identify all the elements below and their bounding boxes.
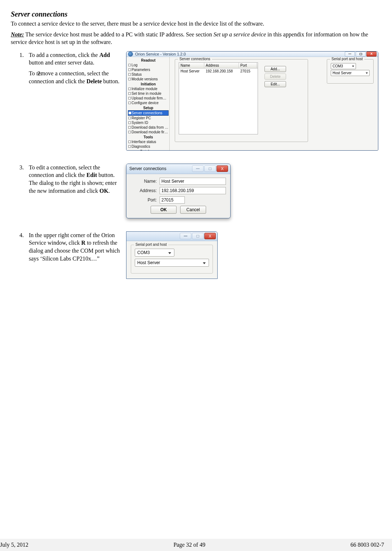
address-field[interactable]	[160, 187, 226, 194]
step-2-bold: Delete	[86, 78, 102, 84]
tree-header-setup: Setup	[128, 105, 169, 110]
app-icon	[128, 52, 133, 57]
corner-maximize-button[interactable]	[192, 233, 204, 239]
footer-date: July 5, 2012	[0, 542, 28, 548]
col-header-port[interactable]: Port	[239, 63, 257, 68]
delete-button[interactable]: Delete	[264, 74, 286, 80]
maximize-button[interactable]	[356, 52, 366, 57]
close-icon: X	[209, 234, 211, 238]
name-field[interactable]	[160, 178, 226, 185]
corner-close-button[interactable]: X	[204, 233, 216, 239]
dialog-maximize-button	[204, 165, 216, 172]
serial-port-corner: X Serial port and host COM3 Host Server	[126, 231, 218, 279]
serial-port-legend: Serial port and host	[330, 57, 364, 61]
note-paragraph: Note: The service device host must be ad…	[11, 31, 381, 46]
tree-item-diagnostics[interactable]: Diagnostics	[128, 144, 169, 149]
page-footer: July 5, 2012 Page 32 of 49 66 8003 002-7	[0, 539, 392, 551]
serial-port-legend-2: Serial port and host	[134, 243, 168, 246]
tree-item-server-connections[interactable]: Server connections	[128, 110, 169, 116]
tree-item-download-firmware[interactable]: Download module firmware	[128, 130, 169, 134]
tree-item-module-versions[interactable]: Module versions	[128, 77, 169, 81]
window-titlebar: Orion Service - Version 1.2.0 X	[126, 52, 378, 57]
tree-item-download-data[interactable]: Download data from server	[128, 125, 169, 130]
edit-connection-dialog: Server connections X Name: Address:	[126, 164, 231, 218]
table-row[interactable]: Host Server 192.168.200.158 27015	[179, 68, 258, 74]
connections-table[interactable]: Name Address Port Host Server 192.168.20…	[179, 62, 258, 134]
col-header-address[interactable]: Address	[204, 63, 239, 68]
tree-item-parameters[interactable]: Parameters	[128, 67, 169, 72]
step-4-number: 4.	[19, 231, 24, 239]
page-title: Server connections	[11, 10, 381, 18]
step-1-bold: Add	[99, 52, 110, 58]
corner-titlebar: X	[126, 232, 217, 241]
name-label: Name:	[131, 179, 157, 184]
tree-header-readout: Readout	[128, 58, 169, 63]
nav-tree: Readout Log Parameters Status Module ver…	[126, 57, 170, 151]
step-2-text-2: button.	[102, 78, 120, 84]
close-icon: X	[221, 166, 223, 171]
tree-item-initialize-module[interactable]: Initialize module	[128, 86, 169, 91]
maximize-icon	[196, 235, 199, 237]
step-2: 2. To remove a connection, select the co…	[29, 70, 122, 85]
step-3-text-3: .	[108, 188, 110, 194]
tree-item-log[interactable]: Log	[128, 63, 169, 67]
window-title: Orion Service - Version 1.2.0	[135, 52, 344, 56]
step-1: 1. To add a connection, click the Add bu…	[29, 51, 122, 67]
step-3-number: 3.	[19, 164, 24, 172]
corner-minimize-button[interactable]	[180, 233, 191, 239]
serial-port-panel: Serial port and host COM3 Host Server	[327, 59, 374, 84]
intro-paragraph: To connect a service device to the serve…	[11, 20, 381, 28]
dialog-minimize-button	[192, 165, 204, 172]
tree-item-system-id[interactable]: System ID	[128, 120, 169, 125]
tree-item-register-pc[interactable]: Register PC	[128, 116, 169, 120]
tree-item-set-time[interactable]: Set time in module	[128, 91, 169, 96]
tree-item-configure-device[interactable]: Configure device	[128, 101, 169, 105]
close-button[interactable]: X	[366, 52, 377, 57]
step-1-text-2: button and enter server data.	[29, 59, 94, 66]
step-2-number: 2.	[37, 70, 42, 77]
orion-service-window: Orion Service - Version 1.2.0 X Readout …	[126, 51, 378, 151]
port-label: Port:	[131, 197, 157, 203]
step-3-bold-2: OK	[99, 188, 108, 194]
footer-page: Page 32 of 49	[173, 542, 205, 548]
step-1-number: 1.	[19, 51, 24, 59]
serial-port-panel-2: Serial port and host COM3 Host Server	[131, 245, 213, 274]
note-italic-ref: Set up a service device	[214, 31, 266, 37]
tree-header-tools: Tools	[128, 134, 169, 139]
cell-port: 27015	[239, 68, 257, 74]
cell-name: Host Server	[179, 68, 204, 74]
com-port-dropdown[interactable]: COM3	[331, 63, 356, 69]
step-4-bold: R	[81, 240, 86, 246]
step-3-bold-1: Edit	[86, 172, 97, 178]
note-label: Note:	[11, 31, 24, 37]
com-port-dropdown-2[interactable]: COM3	[135, 249, 174, 257]
col-header-name[interactable]: Name	[179, 63, 204, 68]
dialog-title: Server connections	[129, 166, 191, 171]
edit-button[interactable]: Edit...	[264, 81, 286, 87]
server-connections-panel: Server connections Name Address Port Hos…	[175, 59, 308, 142]
cancel-button[interactable]: Cancel	[180, 206, 206, 214]
minimize-icon	[196, 168, 200, 169]
close-icon: X	[370, 52, 373, 55]
note-text-1: The service device host must be added to…	[24, 31, 213, 37]
tree-header-database: Database	[128, 149, 169, 151]
dialog-close-button[interactable]: X	[217, 165, 228, 172]
add-button[interactable]: Add...	[264, 66, 286, 72]
address-label: Address:	[131, 188, 157, 193]
port-field[interactable]	[160, 196, 185, 204]
maximize-icon	[360, 53, 362, 55]
minimize-icon	[348, 54, 351, 54]
tree-item-interface-status[interactable]: Interface status	[128, 139, 169, 144]
tree-item-status[interactable]: Status	[128, 72, 169, 77]
minimize-icon	[184, 236, 187, 236]
step-1-text-1: To add a connection, click the	[29, 52, 99, 58]
host-dropdown-2[interactable]: Host Server	[135, 259, 209, 267]
minimize-button[interactable]	[345, 52, 355, 57]
tree-item-upload-firmware[interactable]: Upload module firmware	[128, 96, 169, 101]
maximize-icon	[209, 168, 211, 170]
ok-button[interactable]: OK	[151, 206, 177, 214]
cell-address: 192.168.200.158	[204, 68, 239, 74]
dialog-titlebar: Server connections X	[126, 164, 230, 174]
footer-docnum: 66 8003 002-7	[351, 542, 384, 548]
host-dropdown[interactable]: Host Server	[331, 70, 370, 76]
